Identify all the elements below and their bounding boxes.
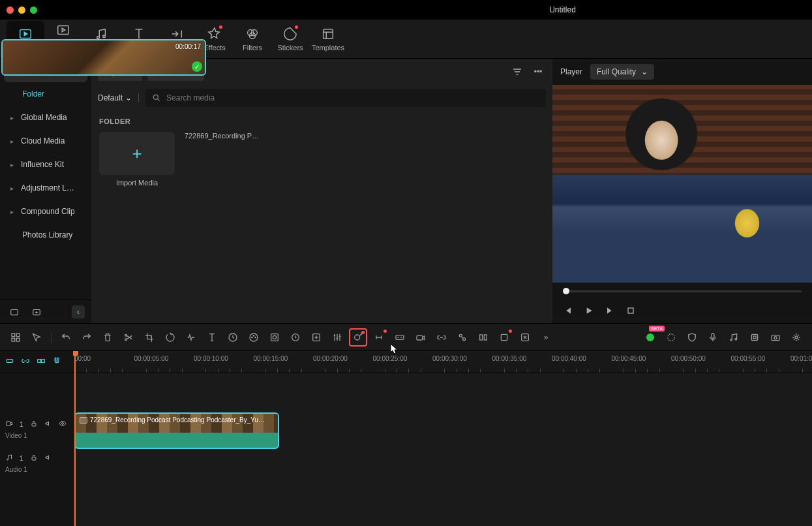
quality-dropdown[interactable]: Full Quality⌄ [590,64,654,80]
shield-icon[interactable] [683,328,701,347]
svg-rect-43 [772,335,779,340]
undo-icon[interactable] [57,328,75,347]
next-frame-button[interactable] [605,305,615,318]
sidebar-item-global-media[interactable]: ▸Global Media [4,106,87,129]
magnet-icon[interactable] [52,356,61,367]
timeline-tracks[interactable]: 00:0000:00:05:0000:00:10:0000:00:15:0000… [73,351,812,526]
svg-rect-1 [58,25,69,34]
video-clip[interactable]: 722869_Recording Podcast Podcasting Podc… [74,412,279,449]
timeline-toolbar: » BETA [0,324,812,351]
audio-track-header[interactable]: 1 Audio 1 [0,446,73,480]
sidebar-item-influence-kit[interactable]: ▸Influence Kit [4,153,87,176]
prev-frame-button[interactable] [563,305,573,318]
play-button[interactable] [584,305,594,318]
tab-templates[interactable]: Templates [309,21,347,57]
delete-icon[interactable] [98,328,117,347]
new-folder-icon[interactable] [7,304,22,320]
music-icon[interactable] [725,328,743,347]
svg-point-22 [252,337,252,337]
svg-point-10 [153,95,158,99]
link-toggle-icon[interactable] [21,356,30,367]
time-ruler[interactable]: 00:0000:00:05:0000:00:10:0000:00:15:0000… [73,351,812,373]
ripple-icon[interactable] [37,356,46,367]
trim-icon[interactable] [370,328,388,347]
svg-point-52 [7,459,8,460]
crop-icon[interactable] [140,328,158,347]
search-field[interactable] [145,89,546,107]
sidebar-item-adjustment-layer[interactable]: ▸Adjustment L… [4,176,87,200]
search-input[interactable] [166,93,539,102]
marker-icon[interactable] [495,328,513,347]
sidebar-item-folder[interactable]: Folder [4,82,87,106]
notification-dot-icon [361,331,365,334]
window-controls [7,7,37,14]
stop-button[interactable] [625,305,636,318]
text-icon[interactable] [203,328,221,347]
tab-filters[interactable]: Filters [233,21,271,57]
sidebar-item-photos-library[interactable]: Photos Library [4,223,87,247]
svg-rect-32 [480,335,483,340]
playhead[interactable] [74,351,76,526]
scrub-thumb[interactable] [563,288,569,294]
camera-icon[interactable] [412,328,430,347]
overflow-icon[interactable]: » [537,328,555,347]
split-icon[interactable] [119,328,138,347]
auto-icon[interactable] [516,328,534,347]
tab-label: Filters [243,44,262,52]
redo-icon[interactable] [78,328,96,347]
snap-icon[interactable] [5,356,14,367]
grid-view-icon[interactable] [7,328,25,347]
more-options-icon[interactable]: ••• [530,64,546,80]
rotate-icon[interactable] [161,328,179,347]
close-window-icon[interactable] [7,7,14,14]
tab-stickers[interactable]: Stickers [271,21,309,57]
media-clip-tile[interactable]: 00:00:17 ✓ 722869_Recording P… [184,132,260,187]
select-tool-icon[interactable] [27,328,46,347]
mask-icon[interactable] [265,328,284,347]
player-label: Player [560,67,582,76]
tab-label: Stickers [277,44,303,52]
lock-icon[interactable] [30,454,38,463]
preview-viewport[interactable] [552,85,812,283]
snapshot-icon[interactable] [766,328,785,347]
settings-icon[interactable] [787,328,805,347]
link-icon[interactable] [432,328,451,347]
mixer-icon[interactable] [745,328,764,347]
clip-label: 722869_Recording Podcast Podcasting Podc… [90,416,265,424]
ruler-tick: 00:00:05:00 [134,355,169,362]
adjust-icon[interactable] [328,328,346,347]
minimize-window-icon[interactable] [18,7,25,14]
enhance-icon[interactable] [307,328,325,347]
scrub-bar[interactable] [552,283,812,300]
collapse-sidebar-button[interactable]: ‹ [72,305,85,318]
svg-rect-8 [11,309,18,315]
smart-tool-icon[interactable] [349,328,367,347]
filter-icon[interactable] [509,64,525,80]
layout-icon[interactable] [474,328,492,347]
microphone-icon[interactable] [704,328,722,347]
group-icon[interactable] [453,328,472,347]
video-track-header[interactable]: 1 Video 1 [0,412,73,446]
render-icon[interactable] [662,328,680,347]
svg-point-45 [795,336,798,339]
sort-dropdown[interactable]: Default⌄ [98,93,139,102]
svg-point-44 [774,336,777,339]
lock-icon[interactable] [30,420,38,429]
audio-beat-icon[interactable] [182,328,200,347]
speed-icon[interactable] [224,328,242,347]
maximize-window-icon[interactable] [30,7,37,14]
mute-icon[interactable] [44,454,52,463]
caption-icon[interactable] [391,328,409,347]
sidebar-item-compound-clip[interactable]: ▸Compound Clip [4,200,87,223]
svg-rect-13 [16,333,20,337]
new-bin-icon[interactable] [29,304,44,320]
sidebar-item-cloud-media[interactable]: ▸Cloud Media [4,129,87,153]
keyframe-icon[interactable] [286,328,305,347]
mute-icon[interactable] [44,420,52,429]
ai-tools-icon[interactable]: BETA [641,328,659,347]
svg-point-24 [273,335,276,339]
visibility-icon[interactable] [59,420,67,429]
ruler-tick: 00:00:45:00 [612,355,646,362]
color-icon[interactable] [245,328,263,347]
import-media-tile[interactable]: + Import Media [99,132,175,187]
